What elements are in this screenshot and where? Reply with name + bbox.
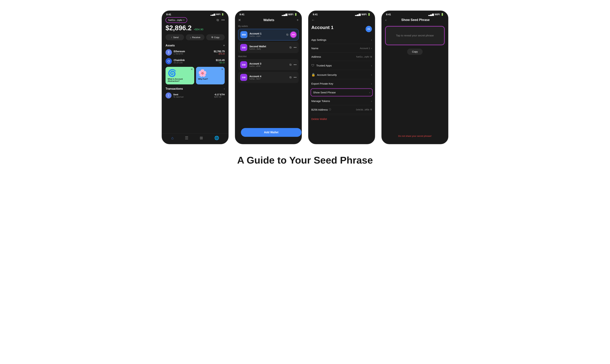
wallet-account4[interactable]: SW Account 4 fuel1p...4e17 ⧉ •••	[238, 72, 299, 83]
more-wallet2-icon[interactable]: •••	[293, 46, 297, 49]
phone-4: 9:41 ▂▄▆ WiFi 🔋 ‹ Show Seed Phrase Tap t…	[381, 11, 448, 144]
close-icon-1[interactable]: ✕	[191, 68, 193, 71]
account-badge: A1	[366, 26, 372, 32]
phone-2: 9:41 ▂▄▆ WiFi 🔋 ✕ Wallets + My wallets M…	[235, 11, 302, 144]
seed-page-title: Show Seed Phrase	[387, 18, 444, 22]
tx-sub: To Jack.fuel	[173, 96, 183, 98]
copy-wallet4-icon[interactable]: ⧉	[290, 76, 291, 79]
nav-apps[interactable]: ⊞	[200, 136, 203, 140]
settings-b256-address[interactable]: B256 Address ⓘ 0xfe3d...bf5b ⧉	[311, 105, 372, 114]
seed-page-header: ‹ Show Seed Phrase	[385, 17, 444, 26]
settings-trusted-apps[interactable]: 🛡 Trusted Apps ›	[311, 61, 372, 70]
receive-button[interactable]: ↓ Receive	[186, 34, 204, 40]
more-icon[interactable]: •••	[221, 18, 225, 22]
status-icons-1: ▂▄▆ WiFi 🔋	[210, 13, 224, 16]
settings-show-seed-phrase[interactable]: Show Seed Phrase ›	[311, 89, 373, 96]
tx-title: Transactions	[166, 87, 183, 90]
time-2: 9:41	[239, 13, 244, 16]
promo-cards: ✕ 🌀 What is Account Abstraction? ✕ 🌸 Why…	[166, 67, 225, 84]
eth-icon: Ξ	[166, 49, 172, 56]
account-name: fuel1u...zq4v	[168, 19, 182, 21]
wallets-title: Wallets	[241, 18, 297, 22]
account-back-header: ←	[311, 17, 372, 25]
account-header: fuel1u...zq4v ▾ ⧉ •••	[166, 17, 225, 23]
page-title-section: A Guide to Your Seed Phrase	[237, 153, 373, 166]
eth-change: -$78.28	[214, 53, 225, 55]
battery-icon-2: 🔋	[294, 13, 297, 16]
sw-avatar-2: SW	[240, 61, 247, 68]
copy2-icon: ⧉	[211, 36, 213, 39]
balance-change: +$34.90	[194, 28, 203, 31]
promo-text-1: What is Account Abstraction?	[168, 78, 192, 82]
back-button[interactable]: ←	[311, 18, 315, 22]
copy-icon[interactable]: ⧉	[217, 18, 219, 22]
copy-b256-icon: ⧉	[370, 108, 372, 111]
wallet-second[interactable]: SW Second Wallet fuel1m...6w5j ⧉ •••	[238, 42, 299, 53]
tx-amount: -0.17 ETH	[214, 93, 225, 96]
chevron-right-icon-2: ›	[371, 47, 372, 50]
settings-app-settings[interactable]: App Settings ›	[311, 36, 372, 44]
add-wallet-button[interactable]: Add Wallet	[241, 128, 302, 137]
add-wallet-icon[interactable]: +	[297, 18, 299, 22]
signal-icon: ▂▄▆	[210, 13, 215, 16]
chevron-right-icon-5: ›	[371, 82, 372, 85]
copy-seed-button[interactable]: Copy	[407, 49, 423, 55]
action-buttons: ↑ Send ↓ Receive ⧉ Copy	[166, 34, 225, 40]
more-options-button[interactable]: •••	[290, 32, 296, 38]
phone1-content: fuel1u...zq4v ▾ ⧉ ••• $2,896.2 +$34.90 ↑…	[162, 17, 228, 133]
sw-avatar-1: SW	[240, 44, 247, 51]
lock-icon: 🔒	[311, 73, 315, 77]
asset-chainlink[interactable]: ⬡ Chainlink 23.10 Link $113.45 +$3.10	[166, 58, 225, 64]
send-button[interactable]: ↑ Send	[166, 34, 184, 40]
phone2-content: ✕ Wallets + My wallets MW Account 1 fuel…	[235, 17, 302, 131]
nav-activity[interactable]: ☰	[185, 136, 188, 140]
header-icons: ⧉ •••	[217, 18, 225, 22]
promo-card-2[interactable]: ✕ 🌸 Why Fuel?	[196, 67, 225, 84]
settings-account-security[interactable]: 🔒 Account Security ›	[311, 70, 372, 79]
send-icon: ↑	[171, 36, 172, 39]
chevron-down-icon: ▾	[183, 19, 184, 21]
chevron-right-icon-4: ›	[371, 73, 372, 76]
copy-wallet2-icon[interactable]: ⧉	[290, 46, 291, 49]
status-bar-3: 9:41 ▂▄▆ WiFi 🔋	[308, 11, 375, 17]
balance-row: $2,896.2 +$34.90	[166, 24, 225, 32]
copy-button[interactable]: ⧉ Copy	[206, 34, 225, 40]
tx-item-1[interactable]: Ξ Sent To Jack.fuel -0.17 ETH $287.02	[166, 92, 225, 98]
phone3-content: ← Account 1 A1 App Settings › Name Accou…	[308, 17, 375, 144]
balance-amount: $2,896.2	[166, 24, 192, 32]
status-icons-2: ▂▄▆ WiFi 🔋	[282, 13, 297, 16]
status-bar-2: 9:41 ▂▄▆ WiFi 🔋	[235, 11, 302, 17]
wallet-account3[interactable]: SW Account 3 fuel1o...eR4t ⧉ •••	[238, 59, 299, 70]
settings-export-private-key[interactable]: Export Private Key ›	[311, 80, 372, 88]
bottom-nav: ⌂ ☰ ⊞ 🌐	[162, 133, 228, 144]
assets-header: Assets ▾	[166, 44, 225, 47]
delete-wallet-label: Delete Wallet	[311, 117, 327, 120]
settings-delete-wallet[interactable]: Delete Wallet	[311, 115, 372, 123]
settings-list: App Settings › Name Account 1 › Address …	[311, 36, 372, 123]
more-wallet3-icon[interactable]: •••	[293, 63, 297, 66]
signal-icon-2: ▂▄▆	[282, 13, 287, 16]
seed-back-button[interactable]: ‹	[385, 18, 387, 22]
phone-3: 9:41 ▂▄▆ WiFi 🔋 ← Account 1 A1 App Setti…	[308, 11, 375, 144]
close-button[interactable]: ✕	[238, 18, 241, 22]
settings-name[interactable]: Name Account 1 ›	[311, 44, 372, 52]
asset-ethereum[interactable]: Ξ Ethereum 1.764 ETH $2,782.75 -$78.28	[166, 49, 225, 56]
account-selector[interactable]: fuel1u...zq4v ▾	[166, 17, 187, 23]
copy-wallet3-icon[interactable]: ⧉	[290, 63, 291, 66]
close-icon-2[interactable]: ✕	[221, 68, 223, 71]
wallet-account1[interactable]: MW Account 1 fuel1u...zq4v ⧉ •••	[238, 29, 299, 40]
link-value: $113.45	[216, 59, 225, 62]
nav-browser[interactable]: 🌐	[214, 136, 219, 140]
wallets-header: ✕ Wallets +	[238, 17, 299, 25]
copy-wallet-icon[interactable]: ⧉	[286, 33, 288, 36]
signal-icon-4: ▂▄▆	[428, 13, 434, 16]
more-wallet4-icon[interactable]: •••	[293, 76, 297, 79]
tx-header: Transactions ›	[166, 87, 225, 90]
chevron-right-icon-7: ›	[371, 100, 372, 103]
settings-address[interactable]: Address fuel1u...zq4v ⧉	[311, 53, 372, 61]
promo-card-1[interactable]: ✕ 🌀 What is Account Abstraction?	[166, 67, 194, 84]
settings-manage-tokens[interactable]: Manage Tokens ›	[311, 97, 372, 105]
eth-name: Ethereum	[174, 50, 185, 53]
nav-home[interactable]: ⌂	[171, 136, 173, 140]
seed-reveal-area[interactable]: Tap to reveal your secret phrase	[385, 26, 444, 45]
